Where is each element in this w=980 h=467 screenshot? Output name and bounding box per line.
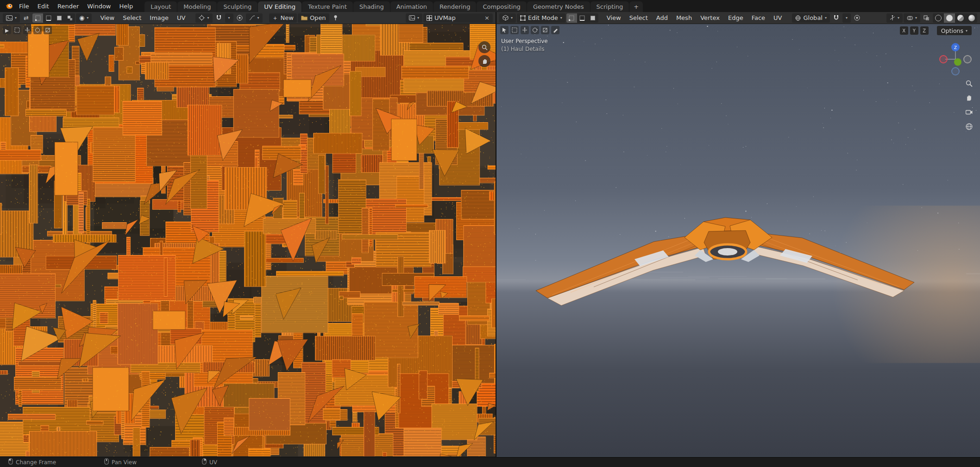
vp-proportional-edit-button[interactable]	[852, 13, 862, 23]
tab-compositing[interactable]: Compositing	[477, 1, 527, 12]
vp-tool-select-box-icon[interactable]	[510, 26, 519, 34]
proportional-falloff-button[interactable]: ▾	[246, 13, 263, 23]
status-bar: Change Frame Pan View UV	[0, 457, 980, 467]
menu-render[interactable]: Render	[53, 0, 83, 12]
select-mode-edge-button[interactable]	[577, 13, 588, 23]
vp-menu-vertex[interactable]: Vertex	[697, 13, 723, 22]
tab-scripting[interactable]: Scripting	[591, 1, 629, 12]
uv-select-island-button[interactable]	[64, 13, 75, 23]
select-mode-face-button[interactable]	[588, 13, 598, 23]
gizmo-axis-neg-x-handle[interactable]	[964, 56, 971, 63]
tab-geometry-nodes[interactable]: Geometry Nodes	[527, 1, 590, 12]
tab-modeling[interactable]: Modeling	[177, 1, 217, 12]
options-button[interactable]: Options ▾	[937, 26, 972, 35]
blender-logo-icon[interactable]	[3, 0, 15, 12]
add-workspace-button[interactable]: +	[629, 1, 643, 12]
uv-map-selector[interactable]: UVMap ×	[423, 13, 493, 23]
uv-select-face-button[interactable]	[54, 13, 64, 23]
vp-menu-face[interactable]: Face	[748, 13, 769, 22]
gizmo-axis-neg-z-handle[interactable]	[952, 68, 959, 75]
uv-tool-rotate-icon[interactable]	[33, 26, 42, 34]
mirror-x-button[interactable]: X	[900, 26, 908, 35]
image-icon	[409, 15, 415, 20]
menu-window[interactable]: Window	[83, 0, 115, 12]
uv-tool-scale-icon[interactable]	[44, 26, 52, 34]
tab-layout[interactable]: Layout	[144, 1, 177, 12]
close-icon[interactable]: ×	[484, 14, 490, 21]
vp-menu-edge[interactable]: Edge	[724, 13, 747, 22]
image-editor-icon	[6, 15, 13, 21]
tab-uv-editing[interactable]: UV Editing	[258, 1, 302, 12]
vp-tool-rotate-icon[interactable]	[531, 26, 539, 34]
snap-mode-button[interactable]: ▾	[225, 13, 233, 23]
vp-snap-toggle-button[interactable]	[831, 13, 842, 23]
vp-menu-view[interactable]: View	[603, 13, 625, 22]
open-image-button[interactable]: Open	[298, 13, 329, 23]
viewport-nav-icons	[964, 78, 974, 131]
uv-menu-select[interactable]: Select	[119, 13, 145, 22]
toolbar-expand-icon[interactable]: ▸	[3, 26, 11, 34]
uv-select-edge-button[interactable]	[43, 13, 54, 23]
mirror-z-button[interactable]: Z	[920, 26, 929, 35]
new-image-button[interactable]: ＋ New	[269, 13, 297, 23]
vp-menu-uv[interactable]: UV	[770, 13, 785, 22]
uv-select-vertex-button[interactable]	[32, 13, 43, 23]
tab-texture-paint[interactable]: Texture Paint	[302, 1, 353, 12]
uv-menu-uv[interactable]: UV	[173, 13, 189, 22]
uv-editor-type-button[interactable]: ▾	[3, 13, 20, 23]
proportional-edit-button[interactable]	[234, 13, 245, 23]
pan-hand-icon[interactable]	[964, 93, 974, 103]
uv-sync-selection-toggle[interactable]: ⇄	[21, 13, 31, 23]
transform-orientation-selector[interactable]: Global ▾	[792, 13, 830, 23]
select-mode-vertex-button[interactable]	[566, 13, 577, 23]
uv-canvas[interactable]	[0, 24, 496, 456]
uv-menu-view[interactable]: View	[96, 13, 118, 22]
vp-snap-mode-button[interactable]: ▾	[842, 13, 851, 23]
tab-animation[interactable]: Animation	[390, 1, 433, 12]
vp-tool-move-icon[interactable]	[521, 26, 529, 34]
show-overlays-button[interactable]: ▾	[904, 13, 920, 23]
menu-help[interactable]: Help	[115, 0, 138, 12]
mode-selector[interactable]: Edit Mode ▾	[517, 13, 565, 23]
tab-shading[interactable]: Shading	[353, 1, 390, 12]
tab-rendering[interactable]: Rendering	[433, 1, 476, 12]
mirror-y-button[interactable]: Y	[910, 26, 918, 35]
shading-material-button[interactable]	[955, 13, 966, 23]
uv-menu-image[interactable]: Image	[146, 13, 172, 22]
chevron-down-icon: ▾	[417, 16, 419, 20]
browse-image-button[interactable]: ▾	[406, 13, 422, 23]
snap-toggle-button[interactable]	[214, 13, 224, 23]
shading-solid-button[interactable]	[944, 13, 955, 23]
uv-tool-select-box-icon[interactable]	[13, 26, 21, 34]
shading-wireframe-button[interactable]	[933, 13, 944, 23]
shading-rendered-button[interactable]	[966, 13, 977, 23]
vp-tool-scale-icon[interactable]	[541, 26, 549, 34]
solid-sphere-icon	[946, 15, 953, 21]
vp-menu-add[interactable]: Add	[653, 13, 672, 22]
gizmo-axis-x-handle[interactable]	[940, 56, 947, 63]
uv-tool-move-icon[interactable]	[23, 26, 31, 34]
uv-pivot-button[interactable]: ▾	[195, 13, 212, 23]
vp-tool-annotate-icon[interactable]	[551, 26, 559, 34]
uv-sticky-mode-button[interactable]: ◉ ▾	[76, 13, 92, 23]
uv-zoom-icon[interactable]	[478, 41, 490, 53]
uv-pan-hand-icon[interactable]	[478, 55, 490, 67]
vp-menu-mesh[interactable]: Mesh	[672, 13, 696, 22]
show-gizmo-button[interactable]: ▾	[886, 13, 903, 23]
uv-editor-header: ▾ ⇄ ◉	[0, 12, 496, 24]
menu-file[interactable]: File	[15, 0, 33, 12]
pin-icon[interactable]	[330, 13, 341, 23]
menu-edit[interactable]: Edit	[33, 0, 53, 12]
vp-tool-tweak-icon[interactable]	[500, 26, 509, 34]
camera-view-icon[interactable]	[964, 107, 974, 117]
spaceship-model[interactable]	[496, 24, 980, 456]
vp-menu-select[interactable]: Select	[626, 13, 652, 22]
viewport-editor-type-button[interactable]: ▾	[499, 13, 516, 23]
navigation-gizmo[interactable]: Z	[938, 42, 973, 77]
tab-sculpting[interactable]: Sculpting	[217, 1, 258, 12]
zoom-icon[interactable]	[964, 78, 974, 88]
gizmo-axis-y-handle[interactable]	[954, 58, 961, 66]
xray-toggle-button[interactable]	[921, 13, 932, 23]
perspective-toggle-icon[interactable]	[964, 121, 974, 131]
chevron-down-icon: ▾	[560, 16, 562, 20]
